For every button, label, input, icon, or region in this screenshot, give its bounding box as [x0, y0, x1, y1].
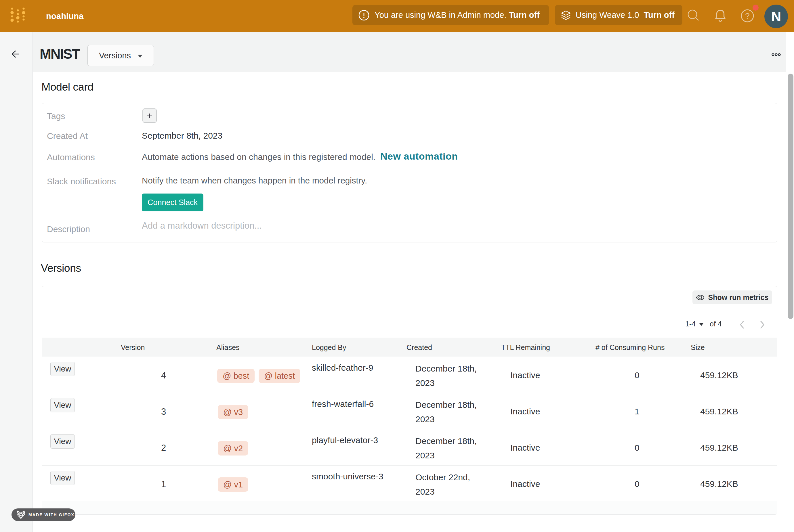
svg-text:?: ? — [745, 12, 750, 20]
